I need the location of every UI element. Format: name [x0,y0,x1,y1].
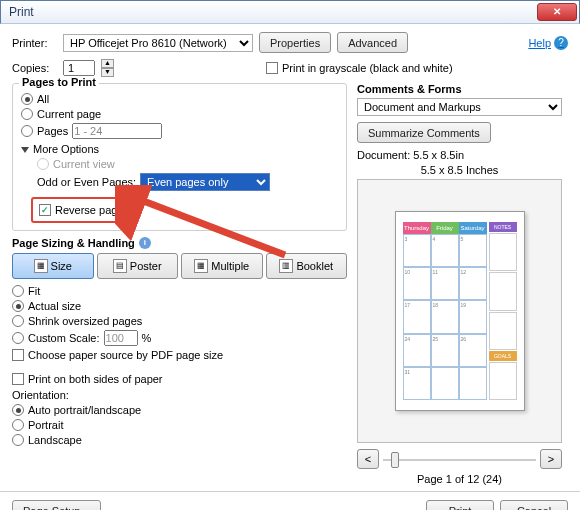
radio-auto-orient[interactable]: Auto portrait/landscape [12,404,347,416]
copies-label: Copies: [12,62,57,74]
radio-landscape[interactable]: Landscape [12,434,347,446]
info-icon: i [139,237,151,249]
radio-current[interactable]: Current page [21,108,338,120]
close-button[interactable]: ✕ [537,3,577,21]
comments-select[interactable]: Document and Markups [357,98,562,116]
size-icon: ▦ [34,259,48,273]
radio-portrait[interactable]: Portrait [12,419,347,431]
printer-label: Printer: [12,37,57,49]
properties-button[interactable]: Properties [259,32,331,53]
comments-title: Comments & Forms [357,83,562,95]
copies-spinner[interactable]: ▲▼ [101,59,114,77]
summarize-button[interactable]: Summarize Comments [357,122,491,143]
sizing-title: Page Sizing & Handling [12,237,135,249]
odd-even-select[interactable]: Even pages only [140,173,270,191]
preview-area: Thursday Friday Saturday 345 101112 1718… [357,179,562,443]
prev-page-button[interactable]: < [357,449,379,469]
radio-pages[interactable]: Pages [21,123,338,139]
page-slider[interactable] [383,450,536,468]
chevron-down-icon [21,147,29,153]
doc-size-label: Document: 5.5 x 8.5in [357,149,562,161]
preview-page: Thursday Friday Saturday 345 101112 1718… [395,211,525,411]
both-sides-checkbox[interactable]: Print on both sides of paper [12,373,347,385]
grayscale-checkbox[interactable]: Print in grayscale (black and white) [266,62,453,74]
poster-button[interactable]: ▤Poster [97,253,179,279]
scale-input[interactable] [104,330,138,346]
more-options-toggle[interactable]: More Options [21,143,338,155]
page-setup-button[interactable]: Page Setup... [12,500,101,510]
booklet-button[interactable]: ▥Booklet [266,253,348,279]
print-button[interactable]: Print [426,500,494,510]
page-info: Page 1 of 12 (24) [357,473,562,485]
pages-title: Pages to Print [19,76,99,88]
radio-current-view: Current view [37,158,338,170]
poster-icon: ▤ [113,259,127,273]
copies-input[interactable] [63,60,95,76]
radio-fit[interactable]: Fit [12,285,347,297]
window-title: Print [3,5,34,19]
booklet-icon: ▥ [279,259,293,273]
radio-all[interactable]: All [21,93,338,105]
cancel-button[interactable]: Cancel [500,500,568,510]
next-page-button[interactable]: > [540,449,562,469]
printer-select[interactable]: HP Officejet Pro 8610 (Network) [63,34,253,52]
size-button[interactable]: ▦Size [12,253,94,279]
paper-source-checkbox[interactable]: Choose paper source by PDF page size [12,349,347,361]
multiple-button[interactable]: ▦Multiple [181,253,263,279]
orientation-label: Orientation: [12,389,347,401]
pages-range-input[interactable] [72,123,162,139]
reverse-checkbox[interactable]: Reverse pages [39,204,129,216]
highlight-box: Reverse pages [31,197,137,223]
titlebar: Print ✕ [0,0,580,24]
radio-custom-scale[interactable]: Custom Scale:% [12,330,347,346]
radio-shrink[interactable]: Shrink oversized pages [12,315,347,327]
help-icon: ? [554,36,568,50]
help-link[interactable]: Help? [528,36,568,50]
advanced-button[interactable]: Advanced [337,32,408,53]
preview-size-label: 5.5 x 8.5 Inches [357,164,562,176]
radio-actual[interactable]: Actual size [12,300,347,312]
odd-even-label: Odd or Even Pages: [37,176,136,188]
multiple-icon: ▦ [194,259,208,273]
